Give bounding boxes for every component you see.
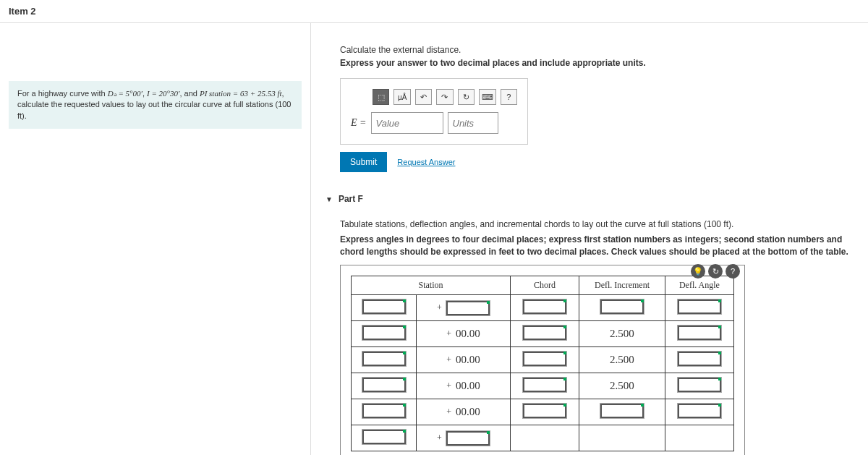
keyboard-icon[interactable]: ⌨ [479,89,495,105]
problem-pi: PI station = 63 + 25.53 ft [200,89,282,98]
table-row: +00.002.500 [352,373,734,399]
th-chord: Chord [511,276,579,295]
problem-da: Dₐ = 5°00′ [108,89,142,98]
instruction-line2: Express your answer to two decimal place… [340,58,868,68]
defl-incr-value: 2.500 [610,380,634,391]
help-icon[interactable]: ? [501,89,517,105]
part-f-header[interactable]: ▼ Part F [326,194,868,204]
station-minor-input[interactable] [446,431,490,446]
defl-angle-input[interactable] [678,404,721,418]
fraction-icon[interactable]: ⬚ [373,89,389,105]
table-row: +00.00 [352,399,734,425]
submit-row: Submit Request Answer [340,152,868,172]
equation-row: E = [351,112,517,134]
defl-angle-input[interactable] [678,299,721,314]
left-panel: For a highway curve with Dₐ = 5°00′, I =… [0,23,311,455]
plus-icon: + [437,302,442,313]
th-station: Station [352,276,511,295]
page-header: Item 2 [0,0,868,23]
reset-icon[interactable]: ↻ [458,89,475,105]
table-row: + [352,425,734,451]
defl-incr-input[interactable] [600,299,644,314]
chord-input[interactable] [523,299,566,314]
station-major-input[interactable] [362,404,406,418]
defl-angle-input[interactable] [678,326,721,340]
chord-input[interactable] [523,326,566,340]
table-row: +00.002.500 [352,321,734,347]
request-answer-link[interactable]: Request Answer [397,158,455,166]
part-f-title: Part F [339,194,363,204]
equation-label: E = [351,117,367,129]
right-panel: Calculate the external distance. Express… [311,23,868,455]
units-input[interactable] [448,112,498,134]
station-major-input[interactable] [362,299,406,314]
station-major-input[interactable] [362,326,406,340]
plus-icon: + [446,328,451,339]
caret-down-icon: ▼ [326,195,333,203]
answer-toolbar: ⬚ µÅ ↶ ↷ ↻ ⌨ ? [373,89,517,105]
plus-icon: + [446,354,451,365]
station-major-input[interactable] [362,352,406,366]
main-layout: For a highway curve with Dₐ = 5°00′, I =… [0,23,868,455]
redo-circle-icon[interactable]: ↻ [708,264,723,278]
plus-icon: + [446,407,451,417]
table-row: + [352,295,734,321]
th-defl-angle: Defl. Angle [665,276,733,295]
defl-incr-value: 2.500 [610,328,634,339]
item-title: Item 2 [9,6,36,17]
station-minor-value: 00.00 [456,354,480,366]
data-table: Station Chord Defl. Increment Defl. Angl… [351,276,734,451]
station-minor-value: 00.00 [456,328,480,340]
chord-input[interactable] [523,352,566,366]
defl-incr-value: 2.500 [610,354,634,365]
problem-prefix: For a highway curve with [17,89,108,98]
chord-input[interactable] [523,404,566,418]
station-minor-value: 00.00 [456,380,480,392]
table-body: ++00.002.500+00.002.500+00.002.500+00.00… [352,295,734,451]
th-defl-incr: Defl. Increment [579,276,665,295]
hint-icon[interactable]: 💡 [691,264,705,278]
plus-icon: + [437,433,442,443]
station-minor-input[interactable] [446,301,490,315]
partf-line1: Tabulate stations, deflection angles, an… [340,218,868,231]
defl-angle-input[interactable] [678,378,721,392]
problem-statement: For a highway curve with Dₐ = 5°00′, I =… [9,81,302,129]
plus-icon: + [446,380,451,391]
station-major-input[interactable] [362,430,406,444]
instruction-line1: Calculate the external distance. [340,45,868,55]
submit-button[interactable]: Submit [340,152,387,172]
value-input[interactable] [371,112,443,134]
station-minor-value: 00.00 [456,406,480,418]
answer-block: ⬚ µÅ ↶ ↷ ↻ ⌨ ? E = [340,78,528,145]
partf-line2: Express angles in degrees to four decima… [340,234,868,258]
defl-incr-input[interactable] [600,404,644,418]
problem-i: I = 20°30′ [147,89,179,98]
chord-input[interactable] [523,378,566,392]
undo-icon[interactable]: ↶ [415,89,432,105]
station-major-input[interactable] [362,378,406,392]
table-container: 💡 ↻ ? Station Chord Defl. Increment Defl… [340,265,745,455]
defl-angle-input[interactable] [678,352,721,366]
redo-icon[interactable]: ↷ [436,89,453,105]
help-circle-icon[interactable]: ? [726,264,740,278]
units-symbol-icon[interactable]: µÅ [393,89,410,105]
table-tool-row: 💡 ↻ ? [691,264,740,278]
table-row: +00.002.500 [352,347,734,373]
